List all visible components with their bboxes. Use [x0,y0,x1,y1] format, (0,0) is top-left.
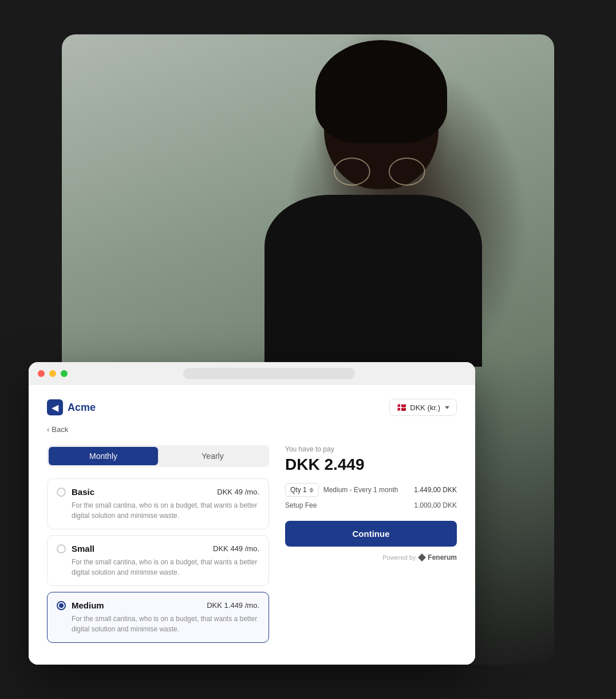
pay-amount: DKK 2.449 [285,455,457,474]
qty-label: Qty 1 [290,486,307,494]
plan-header-basic: Basic DKK 49 /mo. [57,487,259,497]
continue-button[interactable]: Continue [285,521,457,547]
qty-arrow-down-icon [309,490,314,493]
yearly-toggle-button[interactable]: Yearly [158,447,267,465]
right-panel: You have to pay DKK 2.449 Qty 1 Medium -… [285,445,457,649]
back-chevron-icon: ‹ [47,425,49,434]
pay-label: You have to pay [285,445,457,453]
setup-fee-label: Setup Fee [285,501,317,509]
radio-small[interactable] [57,544,66,553]
person-body [264,195,482,367]
logo-area: ◀ Acme [47,399,96,415]
plan-description-medium: For the small cantina, who is on a budge… [72,614,259,634]
currency-selector[interactable]: 🇩🇰 DKK (kr.) [389,399,457,416]
monthly-toggle-button[interactable]: Monthly [49,447,158,465]
plan-price-basic: DKK 49 /mo. [217,488,259,496]
qty-selector[interactable]: Qty 1 [285,483,319,497]
order-plan-price: 1.449,00 DKK [414,486,457,494]
plan-name-small: Small [72,544,94,553]
fenerum-logo: Fenerum [418,553,457,561]
billing-toggle: Monthly Yearly [47,445,269,467]
qty-arrows [309,488,314,493]
browser-dot-red[interactable] [38,370,45,377]
flag-icon: 🇩🇰 [397,403,406,412]
plan-name-medium: Medium [72,600,104,610]
app-header: ◀ Acme 🇩🇰 DKK (kr.) [47,399,457,416]
glasses [334,158,425,175]
radio-medium[interactable] [57,601,66,610]
plan-name-row-medium: Medium [57,600,104,610]
main-layout: Monthly Yearly Basic DKK 49 /mo. For the… [47,445,457,649]
plan-header-medium: Medium DKK 1.449 /mo. [57,600,259,610]
browser-content: ◀ Acme 🇩🇰 DKK (kr.) ‹ Back Monthly Yearl… [29,385,475,665]
plan-name-row-basic: Basic [57,487,94,497]
plan-card-small[interactable]: Small DKK 449 /mo. For the small cantina… [47,535,269,586]
plan-card-medium[interactable]: Medium DKK 1.449 /mo. For the small cant… [47,592,269,643]
browser-titlebar [29,362,475,385]
order-detail: Medium - Every 1 month [323,486,410,494]
left-panel: Monthly Yearly Basic DKK 49 /mo. For the… [47,445,269,649]
setup-fee-row: Setup Fee 1.000,00 DKK [285,501,457,509]
chevron-down-icon [445,406,449,409]
currency-label: DKK (kr.) [410,403,440,412]
back-link[interactable]: ‹ Back [47,425,457,434]
plan-description-basic: For the small cantina, who is on a budge… [72,500,259,521]
browser-dot-yellow[interactable] [49,370,56,377]
brand-name: Fenerum [428,553,457,561]
browser-address-bar[interactable] [183,368,355,379]
browser-dot-green[interactable] [61,370,68,377]
plan-card-basic[interactable]: Basic DKK 49 /mo. For the small cantina,… [47,478,269,529]
powered-by: Powered by Fenerum [285,553,457,561]
radio-basic[interactable] [57,488,66,497]
setup-fee-price: 1.000,00 DKK [414,501,457,509]
powered-by-label: Powered by [382,554,416,561]
plan-description-small: For the small cantina, who is on a budge… [72,557,259,578]
qty-arrow-up-icon [309,488,314,490]
order-row-main: Qty 1 Medium - Every 1 month 1.449,00 DK… [285,483,457,497]
logo-icon: ◀ [47,399,63,415]
plan-price-medium: DKK 1.449 /mo. [207,601,259,610]
logo-text: Acme [68,402,96,414]
plan-name-row-small: Small [57,544,94,553]
plan-name-basic: Basic [72,487,94,497]
browser-window: ◀ Acme 🇩🇰 DKK (kr.) ‹ Back Monthly Yearl… [29,362,475,665]
back-label: Back [52,425,68,434]
fenerum-logo-icon [418,553,426,561]
plan-price-small: DKK 449 /mo. [213,544,259,553]
plan-header-small: Small DKK 449 /mo. [57,544,259,553]
